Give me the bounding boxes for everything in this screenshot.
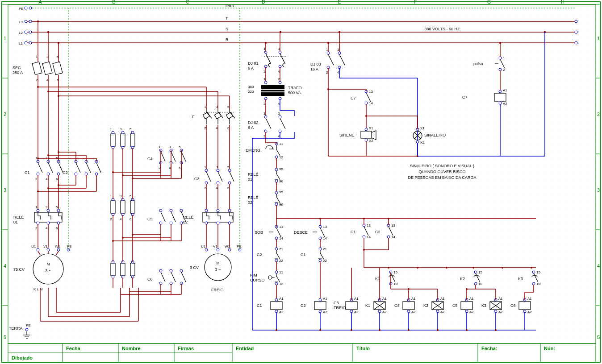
- svg-point-290: [228, 169, 231, 172]
- svg-text:A1: A1: [527, 297, 532, 301]
- svg-text:PE: PE: [26, 323, 31, 327]
- svg-text:1: 1: [597, 36, 600, 41]
- svg-point-53: [29, 20, 32, 23]
- svg-text:A1: A1: [354, 297, 359, 301]
- svg-text:4: 4: [46, 177, 48, 181]
- svg-text:C4: C4: [147, 157, 153, 161]
- svg-text:A1: A1: [469, 297, 474, 301]
- svg-text:3: 3: [46, 205, 48, 209]
- svg-text:2: 2: [110, 217, 112, 221]
- svg-text:1: 1: [503, 56, 505, 60]
- svg-text:A2: A2: [323, 310, 327, 314]
- svg-text:C1: C1: [351, 230, 356, 234]
- svg-point-84: [58, 95, 59, 97]
- svg-text:A2: A2: [440, 310, 445, 314]
- svg-text:Firmas: Firmas: [178, 346, 194, 351]
- svg-text:3: 3: [46, 55, 49, 59]
- svg-point-144: [47, 187, 49, 189]
- svg-text:L3: L3: [19, 20, 23, 24]
- svg-point-231: [170, 209, 172, 212]
- svg-text:2: 2: [35, 226, 38, 230]
- svg-text:1: 1: [4, 36, 6, 41]
- svg-point-289: [217, 169, 219, 172]
- svg-text:1: 1: [159, 145, 161, 149]
- svg-text:3: 3: [120, 194, 122, 198]
- svg-point-304: [205, 209, 208, 212]
- svg-point-152: [57, 209, 60, 212]
- svg-text:SIRENE: SIRENE: [339, 133, 355, 137]
- svg-text:15: 15: [393, 270, 397, 274]
- svg-text:3: 3: [597, 187, 600, 193]
- svg-point-247: [170, 269, 172, 272]
- svg-text:5: 5: [597, 335, 600, 340]
- svg-text:A1: A1: [323, 297, 327, 301]
- svg-text:E: E: [338, 0, 341, 4]
- svg-text:3: 3: [120, 127, 122, 131]
- svg-text:C4: C4: [394, 303, 400, 308]
- svg-text:C5: C5: [452, 303, 458, 308]
- svg-text:SOB: SOB: [255, 230, 263, 235]
- svg-point-551: [437, 329, 439, 331]
- svg-text:Nún:: Nún:: [544, 346, 555, 351]
- svg-text:C2: C2: [301, 303, 306, 308]
- svg-point-63: [575, 41, 577, 44]
- svg-text:1: 1: [110, 194, 112, 198]
- svg-point-267: [112, 171, 114, 173]
- svg-text:TRAFO500 VA.: TRAFO500 VA.: [288, 86, 302, 95]
- svg-text:13: 13: [391, 223, 395, 228]
- svg-text:4: 4: [120, 217, 122, 221]
- svg-text:A1: A1: [411, 297, 416, 301]
- svg-point-409: [275, 271, 278, 273]
- svg-point-150: [37, 209, 39, 212]
- svg-point-357: [264, 116, 267, 118]
- svg-text:V1: V1: [213, 244, 217, 248]
- svg-point-380: [275, 168, 278, 171]
- svg-point-474: [532, 271, 535, 273]
- svg-point-82: [37, 86, 39, 88]
- svg-text:K2: K2: [423, 303, 428, 308]
- svg-text:18: 18: [478, 282, 482, 286]
- svg-text:G: G: [487, 0, 491, 4]
- svg-point-342: [279, 81, 281, 84]
- svg-text:PE: PE: [19, 7, 24, 11]
- svg-text:380 VOLTS - 60 HZ: 380 VOLTS - 60 HZ: [425, 27, 460, 31]
- svg-text:1: 1: [204, 105, 206, 109]
- svg-text:5: 5: [179, 145, 181, 149]
- svg-text:X2: X2: [369, 139, 373, 143]
- svg-point-194: [131, 131, 134, 134]
- svg-point-341: [264, 81, 267, 84]
- svg-text:A2: A2: [503, 102, 507, 106]
- svg-point-403: [275, 248, 278, 250]
- svg-point-319: [217, 248, 219, 251]
- svg-text:U1: U1: [201, 244, 206, 248]
- svg-point-61: [575, 20, 577, 23]
- svg-text:14: 14: [367, 235, 371, 239]
- svg-text:L1: L1: [19, 41, 23, 46]
- svg-point-318: [205, 248, 208, 251]
- svg-point-269: [132, 178, 134, 179]
- svg-point-56: [29, 31, 32, 33]
- svg-text:A2: A2: [469, 310, 474, 314]
- svg-text:B: B: [112, 0, 115, 4]
- svg-point-581: [365, 128, 368, 131]
- svg-point-279: [112, 240, 114, 242]
- note-line: DE PESSOAS EM BAIXO DA CARGA: [408, 175, 476, 180]
- svg-point-462: [531, 267, 532, 269]
- svg-text:DESCE: DESCE: [294, 230, 308, 235]
- svg-text:C1: C1: [301, 252, 306, 257]
- svg-text:D: D: [262, 0, 265, 4]
- svg-point-280: [122, 237, 124, 239]
- svg-point-49: [25, 7, 27, 9]
- svg-text:22: 22: [323, 259, 327, 263]
- svg-point-130: [58, 151, 59, 153]
- svg-text:96: 96: [279, 203, 283, 207]
- svg-text:A1: A1: [279, 297, 284, 301]
- svg-text:A1: A1: [503, 88, 507, 92]
- svg-text:C6: C6: [147, 277, 153, 281]
- svg-text:A2: A2: [354, 310, 359, 314]
- svg-text:terra: terra: [226, 4, 234, 8]
- svg-point-151: [47, 209, 50, 212]
- svg-point-559: [327, 52, 330, 54]
- svg-text:5: 5: [227, 105, 230, 109]
- svg-text:14: 14: [279, 236, 283, 240]
